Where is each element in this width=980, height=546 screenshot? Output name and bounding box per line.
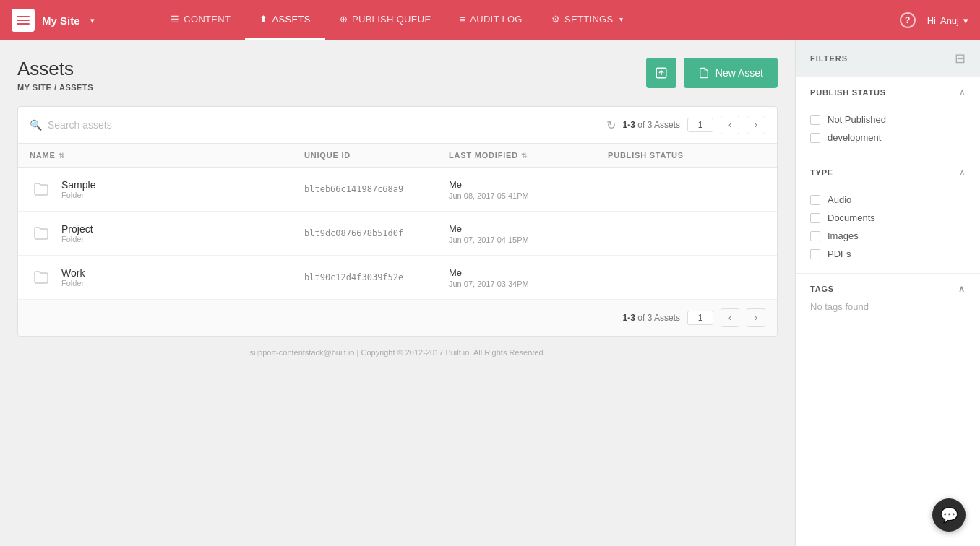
pdfs-checkbox[interactable] (810, 249, 820, 259)
modified-sort-icon: ⇅ (521, 152, 528, 160)
tags-section-header[interactable]: TAGS ∧ (810, 284, 966, 294)
filter-option-images[interactable]: Images (810, 227, 966, 245)
nav-item-publish-queue[interactable]: ⊕ PUBLISH QUEUE (325, 0, 446, 40)
footer-pagination-range: 1-3 (623, 313, 635, 323)
table-row[interactable]: Sample Folder blteb66c141987c68a9 Me Jun… (18, 168, 777, 212)
table-row[interactable]: Work Folder blt90c12d4f3039f52e Me Jun 0… (18, 256, 777, 299)
not-published-checkbox[interactable] (810, 115, 820, 125)
nav-item-content[interactable]: ☰ CONTENT (156, 0, 245, 40)
refresh-button[interactable]: ↻ (606, 118, 616, 132)
folder-icon (30, 266, 53, 289)
not-published-label: Not Published (828, 114, 886, 125)
user-dropdown-icon: ▾ (963, 15, 968, 26)
footer-next-button[interactable]: › (747, 308, 765, 327)
unique-id: blteb66c141987c68a9 (304, 184, 449, 194)
settings-nav-icon: ⚙ (551, 14, 560, 25)
nav-item-settings[interactable]: ⚙ SETTINGS ▾ (537, 0, 637, 40)
name-sort-icon: ⇅ (59, 152, 65, 160)
pagination-info: 1-3 of 3 Assets (623, 120, 680, 130)
next-page-button[interactable]: › (747, 116, 765, 134)
asset-name: Sample (61, 179, 95, 191)
documents-checkbox[interactable] (810, 213, 820, 223)
col-publish-status-label: PUBLISH STATUS (608, 151, 684, 160)
site-dropdown-icon[interactable]: ▾ (90, 16, 95, 25)
pagination-of: of (637, 120, 645, 130)
no-tags-label: No tags found (810, 301, 966, 312)
asset-type: Folder (61, 235, 93, 243)
page-footer: support-contentstack@built.io | Copyrigh… (17, 337, 778, 368)
site-name: My Site (42, 14, 80, 27)
nav-items: ☰ CONTENT ⬆ ASSETS ⊕ PUBLISH QUEUE ≡ AUD… (156, 0, 900, 40)
nav-publish-queue-label: PUBLISH QUEUE (352, 14, 431, 25)
asset-name: Project (61, 223, 93, 235)
tags-filter-title: TAGS (810, 285, 834, 293)
breadcrumb: MY SITE / ASSETS (17, 83, 93, 92)
top-navigation: My Site ▾ ☰ CONTENT ⬆ ASSETS ⊕ PUBLISH Q… (0, 0, 980, 40)
type-filter-title: TYPE (810, 168, 833, 177)
development-checkbox[interactable] (810, 133, 820, 143)
footer-prev-button[interactable]: ‹ (721, 308, 739, 327)
col-unique-id-label: UNIQUE ID (304, 151, 351, 160)
filter-option-pdfs[interactable]: PDFs (810, 245, 966, 263)
type-chevron: ∧ (959, 168, 966, 178)
tags-chevron: ∧ (958, 284, 966, 294)
footer-page-input[interactable] (687, 311, 713, 325)
asset-name-cell: Work Folder (30, 266, 304, 289)
table-row[interactable]: Project Folder blt9dc0876678b51d0f Me Ju… (18, 212, 777, 256)
user-greeting: Hi (927, 15, 936, 26)
filter-option-audio[interactable]: Audio (810, 191, 966, 209)
filter-option-documents[interactable]: Documents (810, 209, 966, 227)
search-icon: 🔍 (30, 119, 42, 131)
chat-bubble[interactable]: 💬 (932, 498, 966, 532)
help-icon[interactable]: ? (900, 12, 916, 28)
audit-log-nav-icon: ≡ (460, 14, 465, 25)
logo-area: My Site ▾ (12, 9, 156, 32)
images-label: Images (828, 230, 859, 241)
logo-icon[interactable] (12, 9, 35, 32)
prev-page-button[interactable]: ‹ (721, 116, 739, 134)
filters-header: FILTERS ⊟ (796, 40, 980, 77)
nav-item-assets[interactable]: ⬆ ASSETS (245, 0, 324, 40)
header-actions: New Asset (646, 58, 778, 88)
images-checkbox[interactable] (810, 231, 820, 241)
nav-item-audit-log[interactable]: ≡ AUDIT LOG (445, 0, 536, 40)
modified-by: Me (449, 267, 608, 278)
publish-queue-nav-icon: ⊕ (340, 14, 348, 25)
col-name[interactable]: NAME ⇅ (30, 151, 304, 160)
audio-label: Audio (828, 194, 851, 205)
nav-assets-label: ASSETS (272, 14, 311, 25)
breadcrumb-separator: / (54, 83, 57, 92)
filter-option-not-published[interactable]: Not Published (810, 110, 966, 129)
assets-nav-icon: ⬆ (259, 14, 267, 25)
chat-icon: 💬 (940, 506, 958, 524)
search-controls: ↻ 1-3 of 3 Assets ‹ › (606, 116, 765, 134)
nav-settings-label: SETTINGS (564, 14, 613, 25)
publish-status-chevron: ∧ (959, 87, 966, 98)
col-last-modified[interactable]: LAST MODIFIED ⇅ (449, 151, 608, 160)
filter-option-development[interactable]: development (810, 129, 966, 147)
page-number-input[interactable] (687, 118, 713, 132)
unique-id: blt90c12d4f3039f52e (304, 272, 449, 282)
pagination-total: 3 Assets (648, 120, 680, 130)
table-footer: 1-3 of 3 Assets ‹ › (18, 299, 777, 336)
folder-icon (30, 222, 53, 245)
upload-button[interactable] (646, 58, 676, 88)
modified-date: Jun 08, 2017 05:41PM (449, 191, 608, 200)
unique-id: blt9dc0876678b51d0f (304, 228, 449, 238)
audio-checkbox[interactable] (810, 195, 820, 205)
asset-name-cell: Project Folder (30, 222, 304, 245)
modified-date: Jun 07, 2017 03:34PM (449, 280, 608, 288)
new-asset-button[interactable]: New Asset (684, 58, 778, 88)
new-asset-label: New Asset (715, 67, 763, 79)
type-filter: TYPE ∧ Audio Documents Images P (796, 157, 980, 274)
development-label: development (828, 132, 881, 143)
type-section-header[interactable]: TYPE ∧ (796, 157, 980, 188)
search-input[interactable] (48, 119, 606, 131)
modified-by: Me (449, 179, 608, 190)
publish-status-section-header[interactable]: PUBLISH STATUS ∧ (796, 77, 980, 108)
col-name-label: NAME (30, 151, 56, 160)
user-area[interactable]: Hi Anuj ▾ (927, 15, 968, 26)
last-modified: Me Jun 07, 2017 04:15PM (449, 223, 608, 244)
filters-toggle-icon[interactable]: ⊟ (955, 51, 966, 66)
filters-sidebar: FILTERS ⊟ PUBLISH STATUS ∧ Not Published… (795, 40, 980, 546)
